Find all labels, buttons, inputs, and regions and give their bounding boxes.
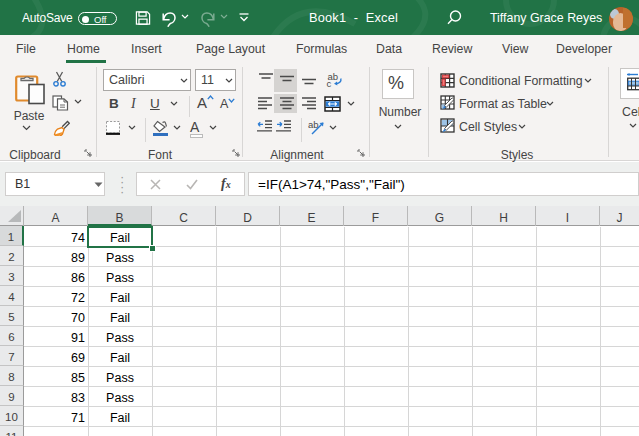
svg-text:c: c — [327, 78, 332, 88]
